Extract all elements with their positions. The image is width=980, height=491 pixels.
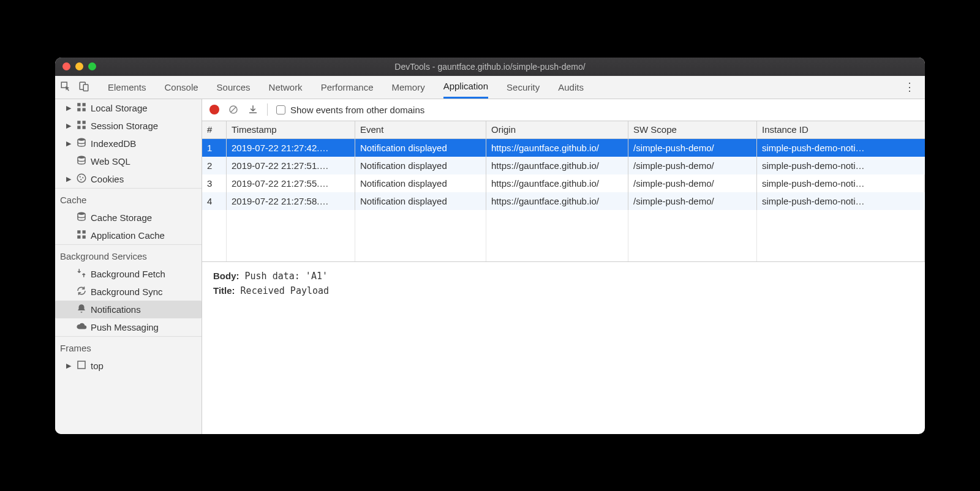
svg-point-13	[80, 176, 81, 177]
expand-arrow-icon: ▶	[66, 175, 72, 183]
grid-icon	[76, 119, 87, 132]
th-timestamp[interactable]: Timestamp	[227, 121, 355, 138]
events-toolbar: Show events from other domains	[202, 99, 925, 121]
expand-arrow-icon: ▶	[66, 362, 72, 370]
svg-rect-8	[77, 126, 80, 129]
sidebar-item-label: IndexedDB	[91, 138, 136, 149]
table-row[interactable]: 32019-07-22 21:27:55.…Notification displ…	[202, 174, 925, 192]
cell-sw: /simple-push-demo/	[628, 192, 757, 210]
sidebar-item-top[interactable]: ▶top	[55, 357, 202, 375]
more-options-icon[interactable]: ⋮	[899, 80, 920, 94]
tab-audits[interactable]: Audits	[558, 76, 584, 99]
sidebar-group-frames: Frames	[55, 336, 202, 357]
svg-rect-7	[83, 121, 86, 124]
cell-id: simple-push-demo-noti…	[757, 192, 925, 210]
svg-rect-4	[77, 108, 80, 111]
tab-console[interactable]: Console	[165, 76, 198, 99]
tab-elements[interactable]: Elements	[108, 76, 146, 99]
minimize-window-button[interactable]	[75, 62, 83, 70]
cell-sw: /simple-push-demo/	[628, 157, 757, 174]
table-row[interactable]: 12019-07-22 21:27:42.…Notification displ…	[202, 139, 925, 157]
th-sw-scope[interactable]: SW Scope	[628, 121, 757, 138]
sidebar-item-label: Local Storage	[91, 103, 148, 113]
sidebar-item-push-messaging[interactable]: Push Messaging	[55, 318, 202, 336]
cell-ev: Notification displayed	[355, 157, 486, 174]
inspect-icon[interactable]	[60, 81, 71, 94]
tab-performance[interactable]: Performance	[321, 76, 374, 99]
th-num[interactable]: #	[202, 121, 227, 138]
sidebar-item-application-cache[interactable]: Application Cache	[55, 227, 202, 244]
tab-sources[interactable]: Sources	[217, 76, 251, 99]
svg-rect-17	[77, 230, 80, 233]
svg-rect-20	[83, 235, 86, 238]
sidebar-item-background-sync[interactable]: Background Sync	[55, 283, 202, 301]
fetch-icon	[76, 268, 87, 280]
sidebar-item-web-sql[interactable]: Web SQL	[55, 152, 202, 170]
show-other-domains-checkbox[interactable]: Show events from other domains	[276, 105, 424, 115]
svg-point-14	[82, 177, 83, 178]
cell-id: simple-push-demo-noti…	[757, 157, 925, 174]
titlebar: DevTools - gauntface.github.io/simple-pu…	[55, 58, 925, 76]
window-title: DevTools - gauntface.github.io/simple-pu…	[55, 62, 925, 72]
cell-ts: 2019-07-22 21:27:58.…	[227, 192, 355, 210]
cell-ev: Notification displayed	[355, 192, 486, 210]
tab-application[interactable]: Application	[443, 76, 488, 99]
expand-arrow-icon: ▶	[66, 104, 72, 112]
sidebar-item-label: Notifications	[91, 304, 141, 315]
cell-num: 2	[202, 157, 227, 174]
svg-rect-18	[83, 230, 86, 233]
device-toggle-icon[interactable]	[78, 81, 89, 94]
cell-or: https://gauntface.github.io/	[486, 139, 628, 157]
svg-rect-3	[83, 103, 86, 106]
close-window-button[interactable]	[62, 62, 70, 70]
maximize-window-button[interactable]	[88, 62, 96, 70]
sidebar-item-label: Application Cache	[91, 230, 165, 241]
sidebar-item-cache-storage[interactable]: Cache Storage	[55, 209, 202, 227]
application-sidebar: ▶Local Storage▶Session Storage▶IndexedDB…	[55, 99, 202, 434]
sidebar-item-label: Push Messaging	[91, 322, 159, 332]
sidebar-item-label: Cache Storage	[91, 212, 152, 223]
sidebar-item-session-storage[interactable]: ▶Session Storage	[55, 117, 202, 135]
cell-ev: Notification displayed	[355, 174, 486, 192]
tab-memory[interactable]: Memory	[392, 76, 425, 99]
sidebar-item-cookies[interactable]: ▶Cookies	[55, 170, 202, 188]
tab-network[interactable]: Network	[269, 76, 303, 99]
th-origin[interactable]: Origin	[486, 121, 628, 138]
th-event[interactable]: Event	[355, 121, 486, 138]
svg-point-12	[77, 174, 86, 182]
record-button[interactable]	[209, 105, 219, 114]
clear-icon[interactable]	[228, 104, 239, 115]
svg-line-23	[231, 107, 236, 113]
cell-num: 1	[202, 139, 227, 157]
sidebar-item-indexeddb[interactable]: ▶IndexedDB	[55, 135, 202, 152]
svg-point-10	[78, 138, 85, 141]
cloud-icon	[76, 321, 87, 334]
table-row[interactable]: 42019-07-22 21:27:58.…Notification displ…	[202, 192, 925, 210]
cell-ev: Notification displayed	[355, 139, 486, 157]
svg-rect-19	[77, 235, 80, 238]
devtools-window: DevTools - gauntface.github.io/simple-pu…	[55, 58, 925, 434]
detail-body-value: Push data: 'A1'	[245, 271, 328, 282]
sidebar-item-local-storage[interactable]: ▶Local Storage	[55, 99, 202, 117]
db-icon	[76, 211, 87, 224]
grid-icon	[76, 229, 87, 242]
cell-sw: /simple-push-demo/	[628, 139, 757, 157]
sidebar-item-label: Session Storage	[91, 121, 158, 131]
sidebar-group-cache: Cache	[55, 188, 202, 209]
main-tabbar: ElementsConsoleSourcesNetworkPerformance…	[55, 76, 925, 99]
sidebar-item-label: Background Fetch	[91, 269, 165, 279]
sidebar-item-background-fetch[interactable]: Background Fetch	[55, 265, 202, 283]
tab-security[interactable]: Security	[507, 76, 540, 99]
th-instance-id[interactable]: Instance ID	[757, 121, 925, 138]
sidebar-item-notifications[interactable]: Notifications	[55, 301, 202, 318]
cell-id: simple-push-demo-noti…	[757, 139, 925, 157]
download-icon[interactable]	[247, 104, 258, 115]
svg-point-16	[78, 212, 85, 215]
main-panel: Show events from other domains # Timesta…	[202, 99, 925, 434]
svg-rect-9	[83, 126, 86, 129]
sync-icon	[76, 285, 87, 298]
db-icon	[76, 155, 87, 168]
cookie-icon	[76, 173, 87, 186]
detail-title-label: Title:	[213, 285, 235, 296]
table-row[interactable]: 22019-07-22 21:27:51.…Notification displ…	[202, 157, 925, 174]
